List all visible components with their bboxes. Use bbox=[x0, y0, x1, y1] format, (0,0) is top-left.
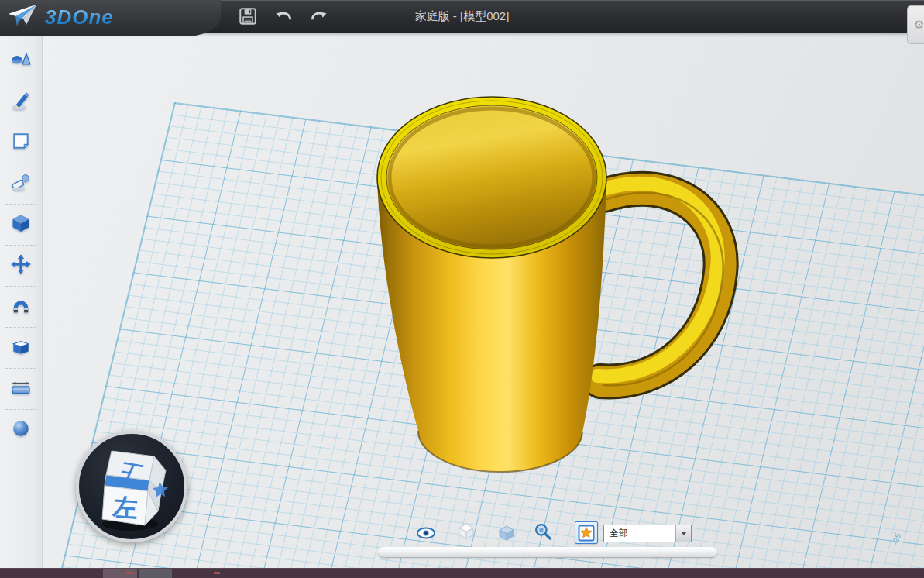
sidebar-item-move[interactable] bbox=[0, 249, 42, 283]
taskbar-marker bbox=[214, 572, 220, 574]
sidebar-separator bbox=[5, 122, 36, 122]
visibility-button[interactable] bbox=[415, 522, 437, 544]
dropdown-open-button[interactable] bbox=[675, 525, 691, 542]
combine-box-icon bbox=[10, 336, 32, 360]
sidebar-separator bbox=[5, 81, 36, 81]
sidebar-item-basic-solids[interactable] bbox=[0, 43, 42, 77]
sidebar-item-dimension[interactable] bbox=[0, 372, 42, 406]
sidebar-item-edit-sketch[interactable] bbox=[0, 167, 42, 201]
taskbar-segment bbox=[139, 569, 172, 578]
undo-button[interactable] bbox=[272, 5, 295, 27]
sidebar-separator bbox=[5, 204, 36, 205]
view-cube-front-label: 左 bbox=[112, 493, 139, 522]
sidebar-item-material[interactable] bbox=[0, 413, 42, 447]
sketch-edit-icon bbox=[10, 172, 32, 195]
taskbar-strip[interactable] bbox=[0, 568, 924, 578]
move-arrows-icon bbox=[10, 253, 32, 278]
brand-name: 3DOne bbox=[45, 5, 114, 29]
dimension-icon bbox=[10, 378, 32, 400]
selection-filter-button[interactable] bbox=[575, 521, 598, 544]
header-toolbar bbox=[236, 5, 331, 27]
title-bar: 3DOne 家庭版 - [模型002] bbox=[0, 0, 924, 33]
selection-filter-dropdown[interactable]: 全部 bbox=[603, 525, 692, 542]
sidebar-item-sketch[interactable] bbox=[0, 84, 42, 119]
collapsed-panel-tab[interactable]: ⚙ bbox=[907, 5, 924, 44]
magnet-icon bbox=[10, 295, 32, 318]
feature-cube-icon bbox=[10, 212, 32, 237]
sidebar-item-features[interactable] bbox=[0, 208, 42, 242]
tool-sidebar bbox=[0, 33, 43, 568]
material-sphere-icon bbox=[11, 418, 31, 442]
sidebar-separator bbox=[5, 286, 36, 287]
sidebar-separator bbox=[5, 409, 36, 410]
sketch-plane-icon bbox=[11, 131, 31, 154]
sidebar-item-sketch-plane[interactable] bbox=[0, 126, 42, 160]
view-cube[interactable]: 上 左 bbox=[76, 431, 187, 542]
dropdown-selected-value: 全部 bbox=[604, 527, 675, 540]
paper-plane-icon bbox=[8, 3, 39, 31]
app-logo: 3DOne bbox=[8, 3, 114, 31]
sidebar-separator bbox=[5, 327, 36, 328]
sketch-pencil-icon bbox=[10, 89, 32, 114]
sidebar-item-constraint[interactable] bbox=[0, 290, 42, 324]
zoom-button[interactable] bbox=[532, 521, 554, 542]
basic-solids-icon bbox=[9, 49, 33, 72]
redo-button[interactable] bbox=[307, 5, 331, 27]
chevron-down-icon bbox=[681, 532, 687, 535]
collapsed-toolbar-shelf[interactable] bbox=[378, 547, 717, 558]
taskbar-marker bbox=[126, 572, 134, 574]
save-button[interactable] bbox=[236, 5, 259, 27]
display-mode-button[interactable] bbox=[455, 521, 477, 542]
sidebar-separator bbox=[5, 368, 36, 369]
sidebar-separator bbox=[5, 245, 36, 246]
3d-viewport[interactable]: -25 bbox=[0, 33, 924, 568]
sidebar-item-combine[interactable] bbox=[0, 331, 42, 365]
gear-icon: ⚙ bbox=[914, 18, 924, 32]
sidebar-separator bbox=[5, 163, 36, 163]
transparency-button[interactable] bbox=[496, 522, 517, 544]
